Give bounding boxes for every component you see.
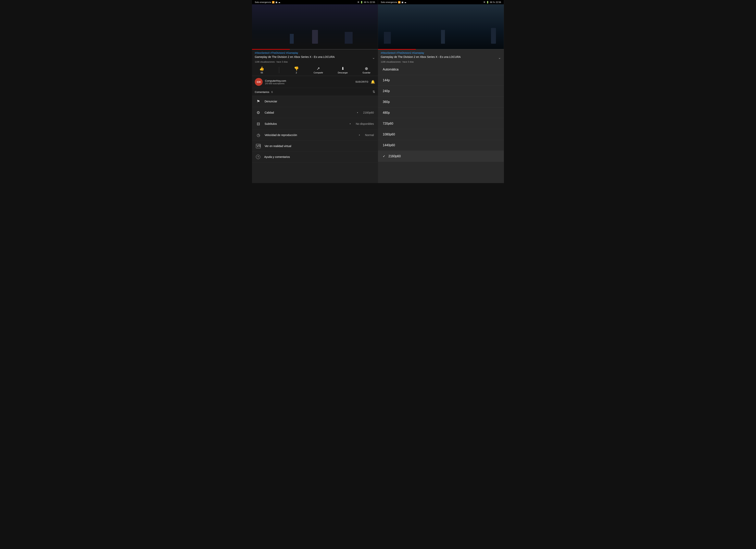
subtitles-value: No disponibles — [356, 122, 374, 125]
chevron-down-icon-left[interactable]: ⌄ — [372, 56, 375, 60]
menu-item-speed[interactable]: ◷ Velocidad de reproducción • Normal — [252, 130, 378, 141]
battery-icon: 🔋 — [360, 1, 363, 4]
help-icon: ? — [256, 155, 260, 159]
quality-item-1080p60[interactable]: 1080p60 — [378, 129, 504, 140]
like-icon: 👍 — [259, 66, 264, 71]
video-thumbnail-left[interactable] — [252, 4, 378, 50]
video-meta-left: 1186 visualizaciones · hace 3 días — [255, 61, 375, 63]
like-button[interactable]: 👍 55 — [259, 66, 264, 74]
quality-item-720p60[interactable]: 720p60 — [378, 118, 504, 129]
quality-1440p60-label: 1440p60 — [383, 143, 499, 147]
channel-name: ComputerHoy.com — [265, 79, 353, 82]
help-label: Ayuda y comentarios — [264, 155, 374, 158]
quality-item-360p[interactable]: 360p — [378, 97, 504, 107]
download-button[interactable]: ⬇ Descargar — [338, 66, 348, 74]
video-tags-right: #XboxSeriesX #TheDivision2 #Gameplay — [381, 52, 501, 54]
quality-item-auto[interactable]: Automática — [378, 64, 504, 75]
save-button[interactable]: ⊕ Guardar — [362, 66, 370, 74]
video-info-right: #XboxSeriesX #TheDivision2 #Gameplay Gam… — [378, 50, 504, 64]
right-status-left: Solo emergencia 📶 ▣ ☁ — [381, 1, 406, 4]
quality-item-1440p60[interactable]: 1440p60 — [378, 140, 504, 151]
video-progress-bar[interactable] — [252, 49, 378, 50]
like-count: 55 — [261, 71, 263, 74]
sim-icon: 📶 — [272, 1, 275, 4]
save-icon: ⊕ — [365, 66, 368, 71]
quality-list: Automática 144p 240p 360p 480p 720p60 — [378, 64, 504, 183]
quality-item-480p[interactable]: 480p — [378, 107, 504, 118]
right-battery-percent: 66 % — [490, 1, 495, 3]
right-progress-fill — [378, 49, 416, 50]
subscribe-button[interactable]: SUSCRITO — [355, 81, 368, 83]
sort-icon[interactable]: ⇅ — [372, 90, 375, 94]
quality-auto-label: Automática — [383, 68, 499, 71]
share-icon: ↗ — [317, 66, 320, 71]
menu-section-left: ⚑ Denunciar ⚙ Calidad • 2160p60 ⊟ Subtít… — [252, 96, 378, 183]
left-phone: Solo emergencia 📶 ▣ ☁ 👁 🔋 66 % 22:55 — [252, 0, 378, 183]
menu-item-quality[interactable]: ⚙ Calidad • 2160p60 — [252, 107, 378, 118]
quality-check-icon: ✓ — [383, 154, 385, 158]
right-emergency-text: Solo emergencia — [381, 1, 397, 3]
subtitles-icon: ⊟ — [256, 121, 261, 126]
actions-row-left: 👍 55 👎 2 ↗ Compartir ⬇ Descargar ⊕ Guard… — [252, 64, 378, 76]
comments-label: Comentarios — [255, 91, 269, 94]
quality-144p-label: 144p — [383, 79, 499, 82]
right-video-bg — [378, 4, 504, 50]
quality-item-240p[interactable]: 240p — [378, 86, 504, 97]
vr-icon: VR — [256, 144, 261, 148]
quality-item-144p[interactable]: 144p — [378, 75, 504, 86]
right-video-progress-bar[interactable] — [378, 49, 504, 50]
divider-like-dislike — [279, 67, 279, 73]
comments-row: Comentarios 6 ⇅ — [252, 88, 378, 96]
right-sim-icon: 📶 — [398, 1, 401, 4]
video-meta-right: 1186 visualizaciones · hace 3 días — [381, 61, 501, 63]
quality-720p60-label: 720p60 — [383, 122, 499, 125]
menu-item-report[interactable]: ⚑ Denunciar — [252, 96, 378, 107]
quality-240p-label: 240p — [383, 89, 499, 93]
right-phone: Solo emergencia 📶 ▣ ☁ 👁 🔋 66 % 22:56 — [378, 0, 504, 183]
wifi-icon: ▣ — [275, 1, 277, 4]
video-thumbnail-right[interactable] — [378, 4, 504, 50]
channel-row-left: CH ComputerHoy.com 2/0 000 suscriptores … — [252, 76, 378, 88]
quality-2160p60-label: 2160p60 — [388, 155, 499, 158]
quality-480p-label: 480p — [383, 111, 499, 115]
status-right: 👁 🔋 66 % 22:55 — [357, 1, 375, 4]
report-flag-icon: ⚑ — [256, 99, 261, 104]
battery-percent: 66 % — [364, 1, 369, 3]
speed-icon: ◷ — [256, 133, 261, 137]
video-title-row-left: Gameplay de The Division 2 en Xbox Serie… — [255, 55, 375, 60]
quality-360p-label: 360p — [383, 100, 499, 104]
channel-subs: 2/0 000 suscriptores — [265, 82, 353, 85]
quality-label: Calidad — [265, 111, 353, 114]
menu-item-vr[interactable]: VR Ver en realidad virtual — [252, 141, 378, 152]
quality-item-2160p60[interactable]: ✓ 2160p60 — [378, 151, 504, 162]
channel-logo[interactable]: CH — [255, 78, 263, 86]
comments-info: Comentarios 6 — [255, 90, 273, 94]
video-tags-left: #XboxSeriesX #TheDivision2 #Gameplay — [255, 52, 375, 54]
quality-dot: • — [357, 111, 358, 114]
vr-label: Ver en realidad virtual — [265, 144, 374, 148]
notification-bell-icon[interactable]: 🔔 — [371, 80, 375, 84]
report-label: Denunciar — [265, 100, 374, 103]
left-status-bar: Solo emergencia 📶 ▣ ☁ 👁 🔋 66 % 22:55 — [252, 0, 378, 4]
speed-dot: • — [359, 133, 360, 137]
menu-item-help[interactable]: ? Ayuda y comentarios — [252, 152, 378, 162]
right-battery-icon: 🔋 — [486, 1, 489, 4]
chevron-down-icon-right[interactable]: ⌄ — [498, 56, 501, 60]
right-status-bar: Solo emergencia 📶 ▣ ☁ 👁 🔋 66 % 22:56 — [378, 0, 504, 4]
video-title-row-right: Gameplay de The Division 2 en Xbox Serie… — [381, 55, 501, 60]
video-bg — [252, 4, 378, 50]
cloud-icon: ☁ — [278, 1, 280, 4]
download-label: Descargar — [338, 71, 348, 74]
dislike-button[interactable]: 👎 2 — [294, 66, 299, 74]
share-button[interactable]: ↗ Compartir — [314, 66, 323, 74]
time-display: 22:55 — [370, 1, 375, 3]
video-title-left: Gameplay de The Division 2 en Xbox Serie… — [255, 55, 371, 59]
right-eye-icon: 👁 — [483, 1, 485, 3]
download-icon: ⬇ — [341, 66, 345, 71]
dislike-icon: 👎 — [294, 66, 299, 71]
quality-value: 2160p60 — [363, 111, 374, 114]
right-cloud-icon: ☁ — [404, 1, 406, 4]
menu-item-subtitles[interactable]: ⊟ Subtítulos • No disponibles — [252, 118, 378, 130]
comments-count: 6 — [271, 91, 273, 94]
status-left: Solo emergencia 📶 ▣ ☁ — [255, 1, 280, 4]
